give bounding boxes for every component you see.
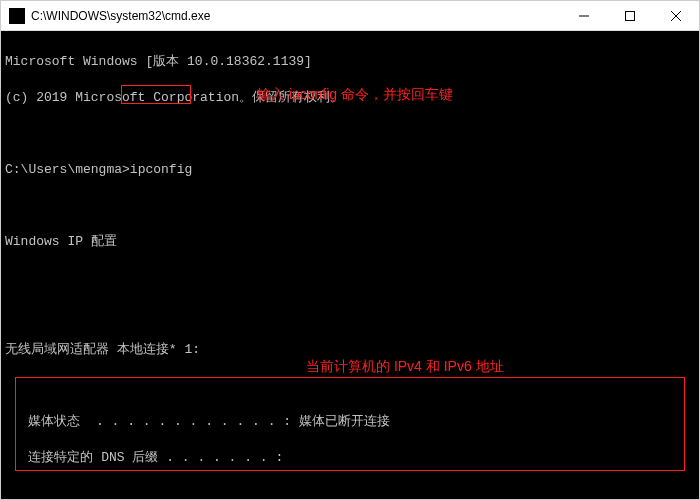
window-title: C:\WINDOWS\system32\cmd.exe [31,9,561,23]
prompt-line: C:\Users\mengma>ipconfig [5,161,699,179]
command-annotation: 输入 ipconfig 命令，并按回车键 [257,85,453,103]
blank-line [5,485,699,499]
row-value: 媒体已断开连接 [299,414,390,429]
row-label: 连接特定的 DNS 后缀 . . . . . . . : [5,450,283,465]
maximize-icon [625,11,635,21]
blank-line [5,197,699,215]
blank-line [5,377,699,395]
ip-annotation: 当前计算机的 IPv4 和 IPv6 地址 [306,357,504,375]
adapter-row: 媒体状态 . . . . . . . . . . . . : 媒体已断开连接 [5,413,699,431]
titlebar: C:\WINDOWS\system32\cmd.exe [1,1,699,31]
adapter-row: 连接特定的 DNS 后缀 . . . . . . . : [5,449,699,467]
window-controls [561,1,699,31]
blank-line [5,125,699,143]
cmd-icon [9,8,25,24]
cmd-window: C:\WINDOWS\system32\cmd.exe Microsoft Wi… [0,0,700,500]
svg-rect-1 [626,11,635,20]
ipconfig-title: Windows IP 配置 [5,233,699,251]
minimize-button[interactable] [561,1,607,31]
blank-line [5,305,699,323]
close-button[interactable] [653,1,699,31]
terminal-body[interactable]: Microsoft Windows [版本 10.0.18362.1139] (… [1,31,699,499]
prompt-prefix: C:\Users\mengma> [5,162,130,177]
blank-line [5,269,699,287]
close-icon [671,11,681,21]
minimize-icon [579,11,589,21]
row-label: 媒体状态 . . . . . . . . . . . . : [5,414,299,429]
version-line: Microsoft Windows [版本 10.0.18362.1139] [5,53,699,71]
typed-command: ipconfig [130,162,192,177]
maximize-button[interactable] [607,1,653,31]
